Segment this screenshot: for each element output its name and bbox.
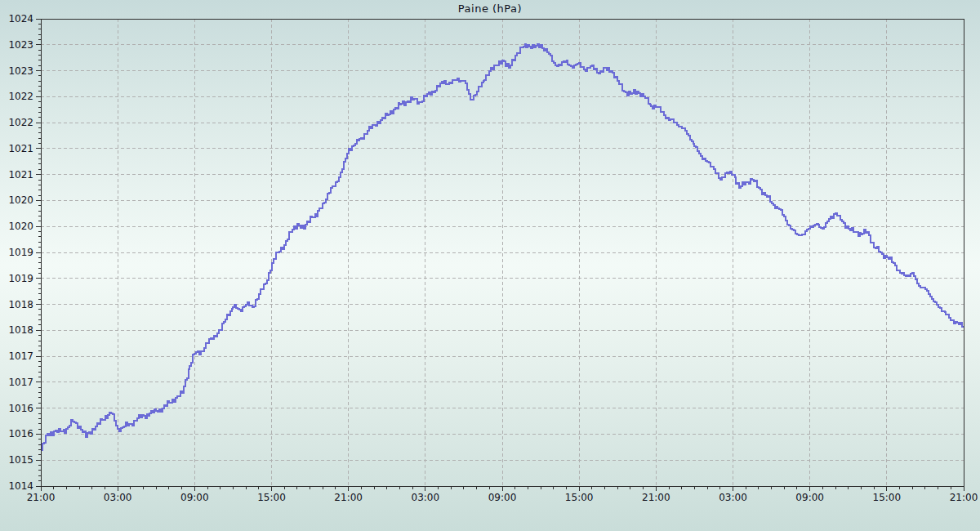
y-tick-label: 1021 — [8, 169, 33, 181]
x-tick-label: 21:00 — [334, 492, 363, 503]
x-tick-label: 15:00 — [565, 492, 594, 503]
x-tick-label: 03:00 — [104, 492, 132, 503]
x-tick-label: 09:00 — [488, 492, 517, 503]
y-tick-label: 1020 — [8, 221, 33, 232]
y-tick-label: 1018 — [8, 324, 33, 336]
y-tick-label: 1023 — [8, 39, 33, 51]
y-tick-label: 1015 — [8, 454, 33, 466]
x-tick-label: 09:00 — [180, 492, 209, 503]
pressure-chart: Paine (hPa) 1024102310231022102210211021… — [0, 0, 980, 531]
y-tick-label: 1024 — [8, 13, 33, 25]
x-tick-label: 09:00 — [795, 492, 824, 503]
x-tick-label: 15:00 — [873, 492, 902, 503]
y-tick-label: 1023 — [8, 65, 33, 77]
y-tick-label: 1018 — [8, 299, 33, 310]
y-tick-label: 1019 — [8, 273, 33, 284]
x-tick-label: 03:00 — [719, 492, 747, 503]
x-tick-label: 03:00 — [412, 492, 440, 503]
pressure-plot-canvas: 1024102310231022102210211021102010201019… — [0, 0, 980, 531]
y-tick-label: 1014 — [8, 480, 33, 492]
y-tick-label: 1017 — [8, 377, 33, 388]
y-tick-label: 1016 — [8, 403, 33, 414]
y-tick-label: 1020 — [8, 194, 33, 206]
y-tick-label: 1021 — [8, 143, 33, 154]
y-tick-label: 1022 — [8, 91, 33, 102]
x-tick-label: 21:00 — [27, 492, 56, 503]
y-tick-label: 1017 — [8, 350, 33, 362]
x-tick-label: 21:00 — [642, 492, 670, 503]
y-tick-label: 1019 — [8, 247, 33, 258]
y-tick-label: 1022 — [8, 117, 33, 128]
x-tick-label: 21:00 — [950, 492, 978, 503]
y-tick-label: 1016 — [8, 428, 33, 440]
x-tick-label: 15:00 — [257, 492, 286, 503]
